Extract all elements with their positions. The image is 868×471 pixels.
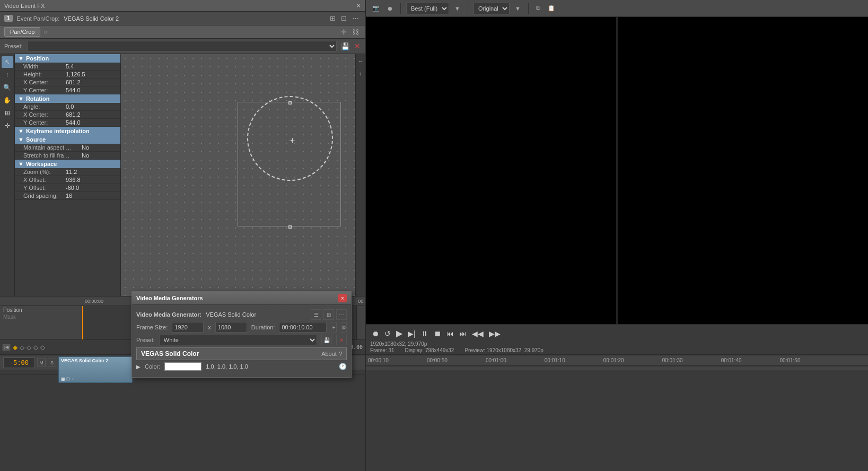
event-num: 1: [4, 15, 13, 22]
crosshair-tool[interactable]: ✛: [2, 120, 13, 132]
track-mute-btn[interactable]: M: [37, 359, 46, 367]
kf-add-btn[interactable]: ◇: [20, 344, 24, 351]
chain-icon[interactable]: ⛓: [350, 28, 361, 37]
dlg-dots-btn[interactable]: ⋯: [336, 309, 347, 320]
preview-toolbar: 📷 ⏺ Best (Full) ▼ Original ▼ ⧉ 📋: [366, 0, 868, 17]
handle-top[interactable]: [288, 101, 292, 104]
mask-track-label: Mask: [3, 314, 78, 320]
keyframe-clock-btn[interactable]: 🕐: [339, 363, 347, 370]
fx-title: Video Event FX: [4, 3, 45, 9]
grid-tool[interactable]: ⊞: [2, 107, 13, 119]
dialog-close-btn[interactable]: ×: [338, 294, 347, 302]
canvas-area[interactable]: ↔ ↕: [121, 54, 365, 296]
fx-track-labels: Position Mask: [0, 306, 82, 339]
play-to-btn[interactable]: ▶|: [406, 329, 417, 338]
dlg-preset-del[interactable]: ✕: [336, 335, 347, 345]
grid-row: Grid spacing: 16: [15, 192, 120, 200]
dots-icon[interactable]: ⋯: [350, 14, 361, 23]
width-value: 5.4: [66, 63, 117, 69]
duration-add-btn[interactable]: +: [331, 322, 337, 333]
position-section[interactable]: ▼ Position: [15, 54, 120, 63]
frame-width-input[interactable]: [172, 322, 204, 333]
camera-icon[interactable]: 📷: [370, 4, 382, 13]
dlg-list-btn[interactable]: ☰: [311, 309, 321, 320]
loop-btn[interactable]: ↺: [383, 329, 392, 338]
quality-select[interactable]: Best (Full): [406, 3, 449, 14]
kf-last-btn[interactable]: ◇: [40, 344, 45, 351]
play-btn[interactable]: ▶: [394, 328, 404, 339]
help-btn[interactable]: ?: [339, 351, 342, 357]
pause-btn[interactable]: ⏸: [419, 329, 430, 338]
kf-diamond-btn[interactable]: ◆: [13, 344, 17, 351]
arrow-tool[interactable]: ↑: [2, 69, 13, 81]
kf-prev-btn[interactable]: ◇: [27, 344, 31, 351]
quality-dropdown-btn[interactable]: ▼: [452, 4, 462, 13]
dlg-grid-btn[interactable]: ⊞: [323, 309, 334, 320]
copy-icon[interactable]: ⧉: [534, 4, 542, 13]
canvas-right-tools: ↔ ↕: [355, 54, 365, 296]
dlg-preset-select[interactable]: White: [159, 335, 317, 345]
frame-height-input[interactable]: [215, 322, 247, 333]
grid2-icon[interactable]: ⊡: [339, 14, 348, 23]
preview-windows: [366, 17, 868, 324]
workspace-section[interactable]: ▼ Workspace: [15, 160, 120, 168]
kf-next-btn[interactable]: ◇: [33, 344, 38, 351]
preset-delete-button[interactable]: ✕: [354, 42, 361, 50]
fx-scrollbar[interactable]: [356, 306, 365, 339]
fx-playhead: [82, 306, 83, 339]
color-expand-btn[interactable]: ▶: [136, 364, 141, 370]
record-icon[interactable]: ⏺: [385, 4, 395, 13]
handle-bottom[interactable]: [288, 225, 292, 229]
ruler-50: 00:00:50: [427, 357, 448, 363]
next-frame-btn[interactable]: ⏭: [458, 329, 468, 338]
toolbar-sep-3: [528, 3, 529, 14]
about-btn[interactable]: About: [321, 351, 337, 357]
keyframe-section[interactable]: ▼ Keyframe interpolation: [15, 127, 120, 135]
dialog-content: Video Media Generator: VEGAS Solid Color…: [132, 305, 351, 377]
prev-frame-btn[interactable]: ⏮: [445, 329, 455, 338]
pan-tool[interactable]: ✋: [2, 94, 13, 106]
zoom-tool[interactable]: 🔍: [2, 82, 13, 93]
stretch-label: Stretch to fill fra…: [23, 152, 82, 159]
rotation-section[interactable]: ▼ Rotation: [15, 94, 120, 103]
paste-icon[interactable]: 📋: [546, 4, 557, 13]
slow-fwd-btn[interactable]: ▶▶: [487, 329, 502, 338]
playback-controls: ⏺ ↺ ▶ ▶| ⏸ ⏹ ⏮ ⏭ ◀◀ ▶▶: [370, 326, 864, 341]
rot-xcenter-row: X Center: 681.2: [15, 111, 120, 119]
canvas-tool-2[interactable]: ↕: [355, 68, 365, 80]
track-solo-btn[interactable]: S: [48, 359, 56, 367]
rot-ycenter-value: 544.0: [66, 119, 117, 126]
pan-crop-controls: ✛ ⛓: [339, 28, 361, 37]
display-mode-select[interactable]: Original: [474, 3, 510, 14]
canvas-tool-1[interactable]: ↔: [355, 55, 365, 67]
main-scrollbar[interactable]: [366, 366, 868, 370]
duration-input[interactable]: [279, 322, 327, 333]
clip-icon-3: ↔: [71, 377, 75, 381]
media-gen-dialog: Video Media Generators × Video Media Gen…: [131, 291, 352, 378]
bottom-area: -5:00 M S VEGAS Solid Color 2 ▦ ⊡ ↔: [0, 354, 868, 471]
record-playback-btn[interactable]: ⏺: [370, 329, 381, 338]
grid1-icon[interactable]: ⊞: [328, 14, 337, 23]
duration-settings-btn[interactable]: ⚙: [341, 322, 347, 333]
preset-select[interactable]: [27, 41, 337, 51]
color-value: 1.0, 1.0, 1.0, 1.0: [206, 363, 248, 370]
xcenter-value: 681.2: [66, 79, 117, 85]
source-section[interactable]: ▼ Source: [15, 135, 120, 144]
move-icon[interactable]: ✛: [339, 28, 348, 37]
display-dropdown-btn[interactable]: ▼: [513, 4, 523, 13]
xoffset-row: X Offset: 936.8: [15, 176, 120, 184]
kf-first-btn[interactable]: |◀: [2, 344, 11, 351]
fx-close-button[interactable]: ×: [356, 2, 361, 10]
clip-icon-1: ▦: [61, 377, 65, 381]
slow-back-btn[interactable]: ◀◀: [470, 329, 485, 338]
dlg-preset-save[interactable]: 💾: [321, 335, 332, 345]
color-swatch[interactable]: [164, 362, 201, 371]
yoffset-row: Y Offset: -60.0: [15, 184, 120, 192]
select-tool[interactable]: ↖: [2, 56, 13, 68]
pan-crop-tab[interactable]: Pan/Crop: [4, 27, 40, 37]
video-clip[interactable]: VEGAS Solid Color 2 ▦ ⊡ ↔: [58, 356, 133, 383]
yoffset-value: -60.0: [66, 185, 117, 191]
stop-btn[interactable]: ⏹: [432, 329, 443, 338]
preset-save-button[interactable]: 💾: [341, 42, 350, 50]
event-icons: ⊞ ⊡ ⋯: [328, 14, 361, 23]
